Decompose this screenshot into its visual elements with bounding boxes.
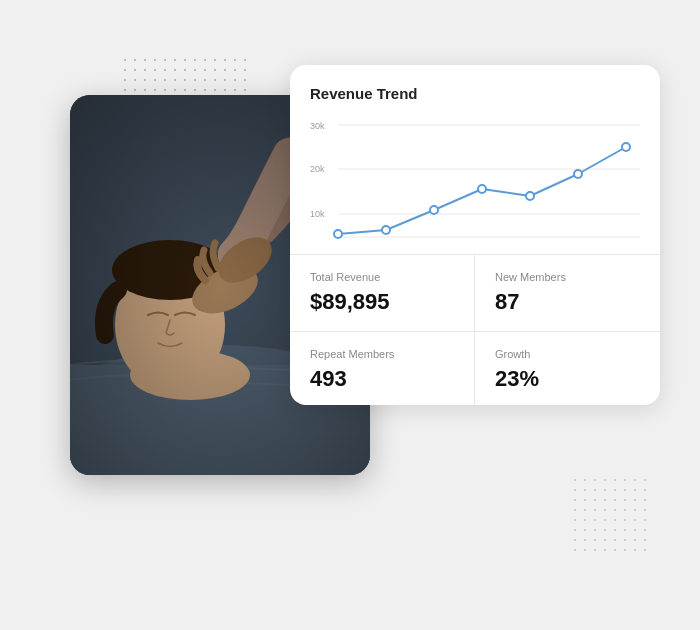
- svg-point-23: [622, 143, 630, 151]
- metric-repeat-members: Repeat Members 493: [290, 332, 475, 405]
- svg-point-17: [334, 230, 342, 238]
- chart-area: Revenue Trend 30k 20k 10k: [290, 65, 660, 255]
- repeat-members-value: 493: [310, 366, 454, 392]
- svg-text:30k: 30k: [310, 121, 325, 131]
- chart-title: Revenue Trend: [310, 85, 640, 102]
- svg-point-21: [526, 192, 534, 200]
- total-revenue-value: $89,895: [310, 289, 454, 315]
- revenue-chart: 30k 20k 10k: [310, 112, 640, 252]
- svg-point-22: [574, 170, 582, 178]
- metric-new-members: New Members 87: [475, 255, 660, 332]
- dashboard-card: Revenue Trend 30k 20k 10k: [290, 65, 660, 405]
- dot-grid-br-decoration: [570, 475, 650, 555]
- chart-container: 30k 20k 10k: [310, 112, 640, 252]
- svg-point-19: [430, 206, 438, 214]
- svg-point-18: [382, 226, 390, 234]
- repeat-members-label: Repeat Members: [310, 348, 454, 360]
- scene-container: Revenue Trend 30k 20k 10k: [40, 35, 660, 595]
- metric-total-revenue: Total Revenue $89,895: [290, 255, 475, 332]
- growth-value: 23%: [495, 366, 640, 392]
- metric-growth: Growth 23%: [475, 332, 660, 405]
- total-revenue-label: Total Revenue: [310, 271, 454, 283]
- growth-label: Growth: [495, 348, 640, 360]
- metrics-grid: Total Revenue $89,895 New Members 87 Rep…: [290, 255, 660, 405]
- svg-point-20: [478, 185, 486, 193]
- svg-text:20k: 20k: [310, 164, 325, 174]
- new-members-value: 87: [495, 289, 640, 315]
- new-members-label: New Members: [495, 271, 640, 283]
- svg-text:10k: 10k: [310, 209, 325, 219]
